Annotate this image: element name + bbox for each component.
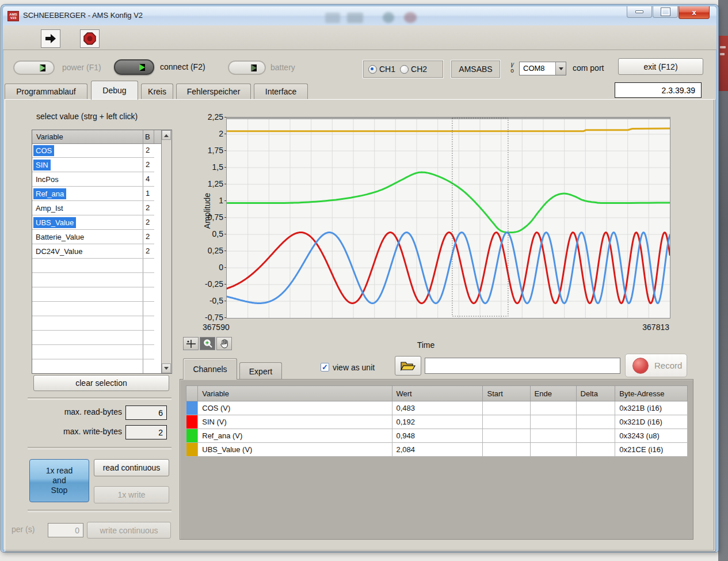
variable-row[interactable] xyxy=(32,345,154,359)
column-header-byte-adresse[interactable]: Byte-Adresse xyxy=(615,386,688,401)
run-button[interactable] xyxy=(41,29,60,48)
minimize-button[interactable] xyxy=(627,6,652,18)
max-write-bytes-field[interactable]: 2 xyxy=(125,425,167,439)
version-box: 2.3.39.39 xyxy=(615,82,702,98)
titlebar[interactable]: AMSV23 SCHNEEBERGER - AMS Konfig V2 x xyxy=(3,6,716,26)
variable-bytes xyxy=(143,273,154,287)
variable-name[interactable]: SIN xyxy=(33,160,51,170)
clear-selection-button[interactable]: clear selection xyxy=(33,375,169,391)
tab-interface[interactable]: Interface xyxy=(254,84,308,99)
ch1-radio[interactable] xyxy=(368,65,377,74)
waveform-graph[interactable] xyxy=(226,117,670,319)
column-header-bytes[interactable]: B xyxy=(143,130,154,143)
toolbar xyxy=(3,25,716,50)
variable-row[interactable] xyxy=(32,359,154,374)
channel-delta xyxy=(576,415,615,429)
channel-wert: 0,483 xyxy=(392,401,483,415)
record-dot-icon xyxy=(632,358,649,374)
variable-name[interactable]: IncPos xyxy=(32,175,59,184)
variable-name[interactable]: Batterie_Value xyxy=(32,233,84,241)
channel-delta xyxy=(576,443,615,457)
variable-name[interactable]: DC24V_Value xyxy=(32,247,82,256)
column-header-variable[interactable]: Variable xyxy=(32,130,143,143)
scroll-down-button[interactable] xyxy=(162,363,171,373)
ch2-radio[interactable] xyxy=(400,65,409,74)
max-read-bytes-field[interactable]: 6 xyxy=(125,405,167,420)
channel-row[interactable]: UBS_Value (V)2,0840x21CE (i16) xyxy=(186,443,688,457)
tab-debug[interactable]: Debug xyxy=(91,81,138,100)
connect-toggle[interactable] xyxy=(114,59,154,75)
variable-row[interactable] xyxy=(32,259,154,273)
column-header-ende[interactable]: Ende xyxy=(530,386,576,401)
variable-row[interactable]: Batterie_Value2 xyxy=(32,230,154,244)
tab-kreis[interactable]: Kreis xyxy=(141,84,173,99)
per-seconds-field[interactable]: 0 xyxy=(48,523,83,537)
tab-channels[interactable]: Channels xyxy=(183,358,237,380)
variable-bytes xyxy=(143,345,154,359)
read-continuous-button[interactable]: read continuous xyxy=(94,459,169,476)
channel-ende xyxy=(530,443,576,457)
write-once-button[interactable]: 1x write xyxy=(94,486,169,503)
y-tick-label: 1 xyxy=(185,196,223,205)
battery-toggle[interactable] xyxy=(228,60,266,75)
write-continuous-button[interactable]: write continuous xyxy=(87,522,171,539)
pan-tool-button[interactable] xyxy=(216,337,232,350)
tab-fehlerspeicher[interactable]: Fehlerspeicher xyxy=(176,84,251,99)
variable-table[interactable]: Variable B COS2SIN2IncPos4Ref_ana1Amp_Is… xyxy=(32,130,172,374)
variable-bytes: 2 xyxy=(143,143,154,157)
y-tick-label: 2 xyxy=(185,129,223,138)
tab-programmablauf[interactable]: Programmablauf xyxy=(5,84,87,99)
exit-button[interactable]: exit (F12) xyxy=(618,58,703,75)
channel-row[interactable]: SIN (V)0,1920x321D (i16) xyxy=(186,415,688,429)
variable-bytes: 4 xyxy=(143,172,154,186)
scroll-up-button[interactable] xyxy=(162,130,171,140)
variable-name[interactable]: Ref_ana xyxy=(33,188,66,199)
variable-row[interactable] xyxy=(32,316,154,331)
com-port-dropdown-button[interactable] xyxy=(555,62,566,75)
channel-row[interactable]: Ref_ana (V)0,9480x3243 (u8) xyxy=(186,429,688,443)
channels-table: Variable Wert Start Ende Delta Byte-Adre… xyxy=(186,385,688,457)
close-button[interactable]: x xyxy=(679,6,710,19)
zoom-tool-button[interactable] xyxy=(200,337,215,350)
record-button[interactable]: Record xyxy=(625,354,687,377)
variable-row[interactable] xyxy=(32,287,154,302)
record-file-path-input[interactable] xyxy=(425,358,620,374)
variable-row[interactable]: Amp_Ist2 xyxy=(32,201,154,215)
variable-name[interactable]: Amp_Ist xyxy=(32,204,63,213)
read-once-and-stop-button[interactable]: 1x read and Stop xyxy=(29,459,89,502)
com-port-select[interactable]: COM8 xyxy=(519,62,566,75)
variable-name[interactable]: UBS_Value xyxy=(33,217,76,228)
maximize-button[interactable] xyxy=(653,6,678,18)
column-header-wert[interactable]: Wert xyxy=(392,386,483,401)
battery-label: battery xyxy=(270,63,295,72)
y-tick-label: 2,25 xyxy=(185,112,223,122)
column-header-delta[interactable]: Delta xyxy=(576,386,615,401)
variable-bytes: 2 xyxy=(143,158,154,172)
variable-row[interactable]: Ref_ana1 xyxy=(32,187,154,201)
abort-button[interactable] xyxy=(80,29,100,48)
variable-name[interactable]: COS xyxy=(33,145,54,156)
variable-table-header[interactable]: Variable B xyxy=(32,130,171,144)
view-as-unit-checkbox[interactable]: ✓ xyxy=(321,363,329,372)
variable-bytes xyxy=(143,316,154,330)
column-header-start[interactable]: Start xyxy=(483,386,530,401)
cursor-tool-button[interactable] xyxy=(183,337,199,350)
variable-row[interactable] xyxy=(32,331,154,345)
variable-row[interactable]: UBS_Value2 xyxy=(32,215,154,230)
column-header-variable[interactable]: Variable xyxy=(198,386,392,401)
variable-row[interactable]: SIN2 xyxy=(32,158,154,172)
variable-table-scrollbar[interactable] xyxy=(161,130,171,373)
variable-row[interactable] xyxy=(32,273,154,287)
open-file-button[interactable] xyxy=(395,356,421,376)
variable-row[interactable] xyxy=(32,302,154,316)
tab-expert[interactable]: Expert xyxy=(239,362,282,380)
power-toggle[interactable] xyxy=(13,60,55,75)
variable-bytes: 2 xyxy=(143,230,154,244)
open-folder-icon xyxy=(400,360,416,372)
chevron-down-icon xyxy=(559,67,563,73)
variable-row[interactable]: COS2 xyxy=(32,143,154,158)
variable-row[interactable]: DC24V_Value2 xyxy=(32,244,154,259)
variable-row[interactable]: IncPos4 xyxy=(32,172,154,187)
channel-row[interactable]: COS (V)0,4830x321B (i16) xyxy=(186,401,688,415)
run-arrow-icon xyxy=(44,33,57,44)
